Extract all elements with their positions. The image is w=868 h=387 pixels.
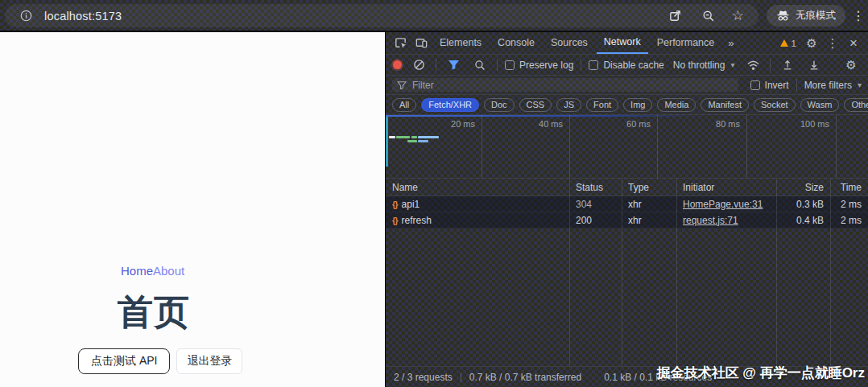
column-divider[interactable] — [676, 179, 677, 366]
preserve-log-checkbox[interactable] — [505, 60, 515, 70]
request-name: api1 — [402, 199, 420, 210]
import-har-icon[interactable] — [778, 56, 797, 75]
initiator-link[interactable]: HomePage.vue:31 — [683, 199, 763, 210]
column-header-type[interactable]: Type — [622, 182, 676, 193]
zoom-search-icon[interactable] — [699, 6, 718, 26]
browser-top-bar: localhost:5173 ☆ — [0, 0, 868, 32]
bookmark-star-icon[interactable]: ☆ — [732, 9, 744, 23]
column-header-time[interactable]: Time — [830, 182, 868, 193]
tab-network[interactable]: Network — [597, 32, 648, 54]
throttling-select[interactable]: No throttling ▾ — [672, 60, 737, 71]
preserve-log-label: Preserve log — [519, 60, 573, 71]
tab-performance[interactable]: Performance — [650, 32, 722, 54]
waterfall-bar — [389, 136, 395, 138]
logout-button[interactable]: 退出登录 — [176, 348, 242, 374]
timeline-gridline — [657, 115, 658, 178]
request-status: 200 — [569, 215, 622, 226]
pill-all[interactable]: All — [392, 98, 416, 112]
request-type: xhr — [622, 215, 676, 226]
address-bar[interactable]: localhost:5173 ☆ — [5, 4, 758, 27]
site-info-icon[interactable] — [16, 6, 35, 26]
request-size: 0.3 kB — [776, 199, 830, 210]
table-row[interactable]: {} api1 304 xhr HomePage.vue:31 0.3 kB 2… — [386, 196, 868, 212]
waterfall-bar — [396, 136, 410, 138]
inspect-element-icon[interactable] — [391, 34, 410, 53]
page-buttons: 点击测试 API 退出登录 — [78, 348, 242, 374]
pill-js[interactable]: JS — [556, 98, 581, 112]
pill-css[interactable]: CSS — [519, 98, 552, 112]
nav-link-about[interactable]: About — [153, 264, 184, 278]
devtools-settings-icon[interactable]: ⚙ — [802, 34, 821, 53]
warning-count: 1 — [792, 39, 796, 48]
browser-menu-icon[interactable]: ⋮ — [852, 7, 865, 25]
invert-filter-option[interactable]: Invert — [750, 80, 789, 91]
pill-media[interactable]: Media — [657, 98, 696, 112]
toolbar-divider — [770, 59, 771, 71]
toolbar-divider — [436, 59, 436, 71]
table-row[interactable]: {} refresh 200 xhr request.js:71 0.4 kB … — [386, 212, 868, 228]
preserve-log-option[interactable]: Preserve log — [505, 60, 573, 71]
disable-cache-label: Disable cache — [603, 60, 663, 71]
test-api-button[interactable]: 点击测试 API — [78, 348, 170, 374]
tab-sources[interactable]: Sources — [544, 32, 595, 54]
pill-wasm[interactable]: Wasm — [800, 98, 840, 112]
incognito-label: 无痕模式 — [796, 9, 836, 23]
waterfall-bar — [418, 140, 428, 142]
toolbar-divider — [497, 59, 498, 71]
more-tabs-icon[interactable]: » — [723, 37, 738, 49]
pill-other[interactable]: Other — [844, 98, 868, 112]
error-warning-badge[interactable]: 1 — [776, 39, 800, 48]
network-overview-timeline[interactable]: 20 ms 40 ms 60 ms 80 ms 100 ms — [386, 114, 868, 179]
invert-checkbox[interactable] — [750, 80, 760, 90]
record-network-log-icon[interactable] — [393, 60, 402, 69]
column-divider[interactable] — [622, 179, 622, 366]
nav-link-home[interactable]: Home — [121, 264, 153, 278]
pill-img[interactable]: Img — [623, 98, 652, 112]
network-toolbar: Preserve log Disable cache No throttling… — [386, 55, 868, 76]
clear-network-log-icon[interactable] — [409, 56, 428, 75]
warning-triangle-icon — [780, 39, 788, 47]
network-filter-bar: Filter Invert More filters ▾ — [386, 76, 868, 95]
timeline-tick: 80 ms — [690, 119, 740, 129]
timeline-tick: 20 ms — [425, 119, 475, 129]
more-filters-button[interactable]: More filters ▾ — [804, 80, 862, 91]
devtools-menu-icon[interactable]: ⋮ — [823, 34, 842, 53]
share-icon[interactable] — [666, 6, 685, 26]
network-conditions-icon[interactable] — [743, 56, 763, 75]
invert-label: Invert — [765, 80, 789, 91]
column-divider[interactable] — [569, 179, 570, 366]
column-divider[interactable] — [830, 179, 831, 366]
incognito-icon — [776, 10, 790, 22]
pill-socket[interactable]: Socket — [754, 98, 796, 112]
device-toolbar-icon[interactable] — [411, 34, 431, 53]
column-header-status[interactable]: Status — [569, 182, 622, 193]
column-header-name[interactable]: Name — [386, 182, 569, 193]
tab-console[interactable]: Console — [490, 32, 542, 54]
devtools-close-icon[interactable]: × — [844, 34, 863, 53]
devtools-tab-bar: Elements Console Sources Network Perform… — [386, 32, 868, 55]
pill-manifest[interactable]: Manifest — [701, 98, 749, 112]
timeline-gridline — [569, 115, 570, 178]
request-type-filters: All Fetch/XHR Doc CSS JS Font Img Media … — [386, 95, 868, 114]
disable-cache-checkbox[interactable] — [589, 60, 598, 70]
waterfall-bar — [411, 136, 417, 138]
pill-fetch-xhr[interactable]: Fetch/XHR — [421, 98, 479, 112]
export-har-icon[interactable] — [804, 56, 824, 75]
filter-input[interactable]: Filter — [392, 78, 738, 92]
web-page: HomeAbout 首页 点击测试 API 退出登录 — [0, 32, 385, 387]
page-title: 首页 — [118, 294, 190, 330]
network-settings-icon[interactable]: ⚙ — [841, 56, 861, 75]
column-header-initiator[interactable]: Initiator — [676, 182, 776, 193]
disable-cache-option[interactable]: Disable cache — [589, 60, 663, 71]
waterfall-bar — [407, 140, 417, 142]
tab-elements[interactable]: Elements — [432, 32, 489, 54]
pill-doc[interactable]: Doc — [484, 98, 515, 112]
filter-toggle-icon[interactable] — [444, 56, 463, 75]
initiator-link[interactable]: request.js:71 — [683, 215, 738, 226]
pill-font[interactable]: Font — [586, 98, 618, 112]
timeline-tick: 100 ms — [779, 119, 829, 129]
column-header-size[interactable]: Size — [776, 182, 830, 193]
search-network-icon[interactable] — [470, 56, 490, 75]
column-divider[interactable] — [776, 179, 777, 366]
timeline-tick: 40 ms — [513, 119, 563, 129]
